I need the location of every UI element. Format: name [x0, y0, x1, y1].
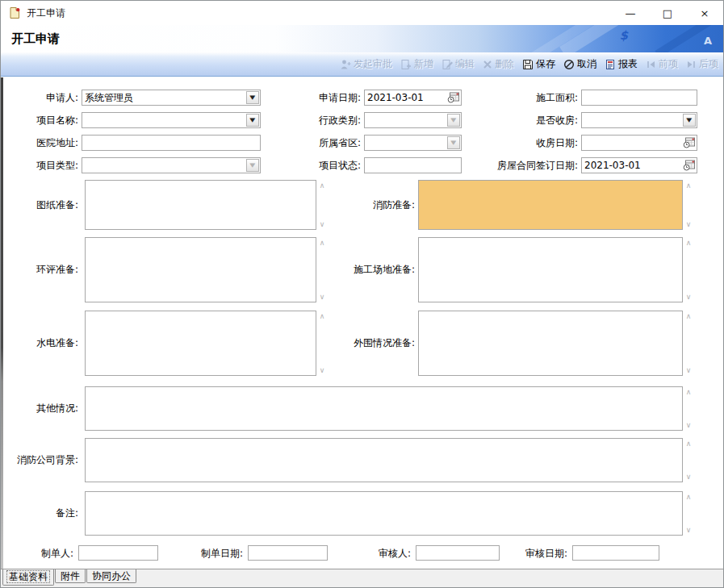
remark-field: ∧ ∨ — [85, 491, 693, 536]
cancel-slash-icon — [563, 59, 575, 70]
next-item-label: 后项 — [699, 57, 718, 71]
fire-company-bg-scrollbar[interactable]: ∧ ∨ — [684, 438, 693, 482]
add-button[interactable]: 新增 — [396, 55, 437, 74]
fire-company-bg-field: ∧ ∨ — [85, 438, 693, 482]
remark-scrollbar[interactable]: ∧ ∨ — [684, 491, 693, 536]
report-button[interactable]: 报表 — [601, 55, 642, 74]
chevron-down-icon: ▼ — [249, 94, 255, 101]
fire-company-bg-textarea[interactable] — [85, 438, 683, 482]
project-name-label: 项目名称: — [6, 112, 78, 128]
scroll-down-icon[interactable]: ∨ — [684, 220, 693, 228]
scroll-down-icon[interactable]: ∨ — [684, 473, 693, 481]
edit-button[interactable]: 编辑 — [437, 55, 479, 74]
project-type-input[interactable] — [82, 158, 249, 173]
project-type-combo[interactable]: ▼ — [82, 157, 261, 173]
delete-button[interactable]: 删除 — [479, 55, 518, 74]
site-prep-textarea[interactable] — [418, 237, 683, 302]
other-info-scrollbar[interactable]: ∧ ∨ — [684, 386, 693, 431]
surrounding-prep-label: 外围情况准备: — [324, 311, 415, 376]
tab-basic-info[interactable]: 基础资料 — [2, 569, 54, 586]
house-received-input[interactable] — [582, 113, 685, 127]
initiate-approval-button[interactable]: 发起审批 — [336, 55, 396, 74]
close-button[interactable]: × — [686, 1, 723, 25]
env-prep-textarea[interactable] — [85, 237, 316, 302]
remark-label: 备注: — [2, 491, 78, 536]
window-title: 开工申请 — [27, 1, 65, 25]
env-prep-field: ∧ ∨ — [85, 237, 327, 302]
contract-date-field[interactable] — [581, 157, 697, 173]
scroll-down-icon[interactable]: ∨ — [684, 293, 693, 301]
receive-date-field[interactable] — [581, 135, 697, 151]
cancel-button[interactable]: 取消 — [559, 55, 601, 74]
other-info-textarea[interactable] — [85, 386, 683, 431]
applicant-input[interactable] — [82, 90, 249, 105]
scroll-up-icon[interactable]: ∧ — [684, 493, 693, 501]
site-prep-scrollbar[interactable]: ∧ ∨ — [684, 237, 693, 302]
scroll-up-icon[interactable]: ∧ — [684, 440, 693, 448]
scroll-up-icon[interactable]: ∧ — [684, 312, 693, 320]
auditor-input[interactable] — [416, 545, 500, 561]
scroll-down-icon[interactable]: ∨ — [684, 366, 693, 374]
project-name-combo[interactable]: ▼ — [82, 112, 261, 128]
delete-label: 删除 — [495, 57, 514, 71]
apply-date-input[interactable] — [365, 90, 448, 105]
drawing-prep-textarea[interactable] — [85, 180, 316, 230]
hospital-address-input[interactable] — [82, 135, 261, 151]
project-name-input[interactable] — [82, 113, 249, 127]
scroll-up-icon[interactable]: ∧ — [684, 239, 693, 247]
province-combo[interactable]: ▼ — [364, 135, 462, 151]
create-date-input[interactable] — [248, 545, 328, 561]
surrounding-prep-scrollbar[interactable]: ∧ ∨ — [684, 311, 693, 376]
env-prep-label: 环评准备: — [6, 237, 78, 302]
fire-prep-scrollbar[interactable]: ∧ ∨ — [684, 180, 693, 230]
initiate-approval-label: 发起审批 — [354, 57, 392, 71]
minimize-button[interactable]: — — [612, 1, 649, 25]
add-label: 新增 — [414, 57, 433, 71]
remark-textarea[interactable] — [85, 491, 683, 536]
next-item-button[interactable]: 后项 — [682, 55, 722, 74]
document-icon — [8, 6, 21, 19]
tab-collaboration[interactable]: 协同办公 — [86, 569, 136, 583]
apply-date-field[interactable] — [364, 90, 462, 106]
scroll-up-icon[interactable]: ∧ — [684, 181, 693, 190]
project-name-dropdown-button[interactable]: ▼ — [246, 114, 259, 127]
report-icon — [605, 59, 616, 70]
maximize-button[interactable]: □ — [649, 1, 686, 25]
surrounding-prep-textarea[interactable] — [418, 311, 683, 376]
scroll-up-icon[interactable]: ∧ — [684, 388, 693, 396]
admin-category-combo[interactable]: ▼ — [364, 112, 462, 128]
tab-attachments[interactable]: 附件 — [55, 569, 86, 583]
audit-date-input[interactable] — [572, 545, 659, 561]
drawing-prep-label: 图纸准备: — [6, 180, 78, 230]
construction-area-input[interactable] — [581, 90, 697, 106]
project-type-label: 项目类型: — [6, 157, 78, 173]
tab-basic-info-label: 基础资料 — [6, 570, 50, 583]
calendar-icon[interactable] — [682, 137, 695, 148]
project-type-dropdown-button[interactable]: ▼ — [246, 159, 259, 172]
apply-date-label: 申请日期: — [267, 90, 361, 106]
project-status-input[interactable] — [364, 157, 462, 173]
house-received-dropdown-button[interactable]: ▼ — [683, 114, 696, 127]
edit-pencil-icon — [442, 59, 453, 70]
save-button[interactable]: 保存 — [518, 55, 559, 74]
scroll-down-icon[interactable]: ∨ — [684, 421, 693, 429]
contract-date-input[interactable] — [582, 158, 684, 173]
house-received-combo[interactable]: ▼ — [581, 112, 697, 128]
province-label: 所属省区: — [267, 135, 361, 151]
other-info-field: ∧ ∨ — [85, 386, 693, 431]
admin-category-input[interactable] — [365, 113, 450, 127]
applicant-combo[interactable]: ▼ — [82, 90, 261, 106]
province-input[interactable] — [365, 136, 450, 150]
edit-label: 编辑 — [455, 57, 475, 71]
fire-prep-textarea[interactable] — [418, 180, 683, 230]
water-power-prep-label: 水电准备: — [6, 311, 78, 376]
calendar-icon[interactable] — [682, 160, 695, 171]
receive-date-input[interactable] — [582, 136, 684, 150]
toolbar: 发起审批 新增 编辑 删除 保存 — [1, 52, 723, 77]
creator-input[interactable] — [78, 545, 158, 561]
previous-item-button[interactable]: 前项 — [642, 55, 682, 74]
water-power-prep-textarea[interactable] — [85, 311, 316, 376]
applicant-dropdown-button[interactable]: ▼ — [246, 91, 259, 104]
scroll-down-icon[interactable]: ∨ — [684, 526, 693, 534]
house-received-label: 是否收房: — [449, 112, 578, 128]
